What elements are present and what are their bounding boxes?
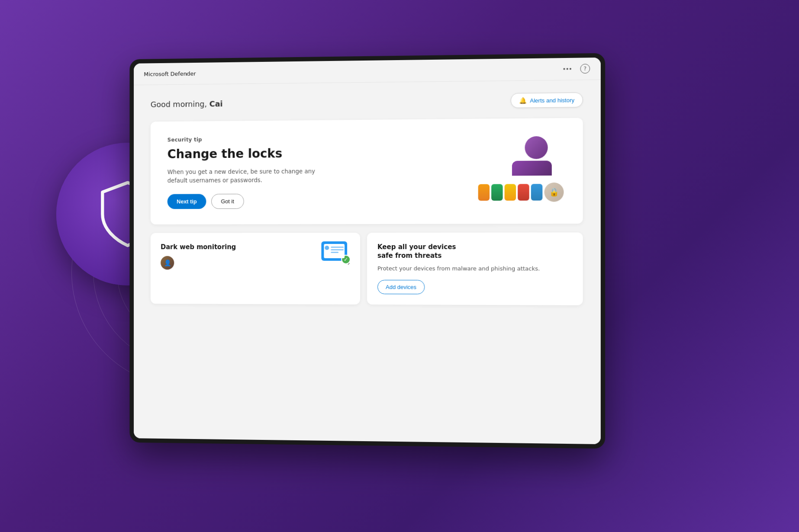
monitor-line (331, 249, 344, 250)
tip-description: When you get a new device, be sure to ch… (168, 167, 321, 185)
app-title: Microsoft Defender (144, 70, 196, 77)
tip-content: Security tip Change the locks When you g… (168, 135, 390, 209)
key-orange (478, 184, 490, 200)
help-button[interactable]: ? (580, 64, 590, 74)
tip-illustration: 🔒 (477, 136, 565, 206)
monitor-dot (325, 246, 329, 250)
tablet-frame: Microsoft Defender ? Good mor (129, 53, 605, 449)
avatar-body (512, 160, 552, 176)
devices-card: Keep all your devices safe from threats … (367, 232, 583, 305)
app-bar-actions: ? (560, 64, 590, 74)
dark-web-card-title: Dark web monitoring (161, 243, 245, 251)
avatar-head (525, 136, 548, 159)
lock-circle: 🔒 (544, 182, 564, 202)
monitor-screen: ✓ (321, 241, 347, 261)
dot (563, 68, 565, 70)
key-green (491, 184, 503, 200)
alerts-history-button[interactable]: 🔔 Alerts and history (510, 93, 583, 108)
tablet-screen: Microsoft Defender ? Good mor (134, 58, 601, 444)
help-label: ? (584, 66, 587, 72)
user-name: Cai (209, 99, 223, 108)
tip-title: Change the locks (168, 146, 390, 162)
alerts-button-label: Alerts and history (530, 97, 574, 104)
next-tip-button[interactable]: Next tip (168, 194, 206, 209)
menu-button[interactable] (560, 66, 575, 72)
devices-card-title: Keep all your devices safe from threats (377, 243, 464, 260)
dot (570, 68, 571, 70)
keys-row: 🔒 (477, 182, 565, 202)
tip-actions: Next tip Got it (168, 193, 390, 209)
got-it-button[interactable]: Got it (211, 194, 244, 209)
key-blue (531, 184, 543, 201)
dark-web-card: ✓ Dark web monitoring 👤 › (151, 233, 360, 304)
dots-menu-icon (563, 68, 571, 70)
monitor-lines (331, 247, 344, 254)
monitor-line (331, 247, 344, 248)
bottom-cards: ✓ Dark web monitoring 👤 › (151, 232, 583, 305)
header-row: Good morning, Cai 🔔 Alerts and history (151, 93, 583, 112)
devices-card-description: Protect your devices from malware and ph… (377, 264, 572, 273)
tip-label: Security tip (168, 135, 390, 143)
bell-icon: 🔔 (519, 97, 526, 104)
check-badge: ✓ (341, 255, 351, 264)
person-avatar (521, 136, 552, 175)
key-yellow (505, 184, 516, 200)
dot (567, 68, 568, 70)
greeting-text: Good morning, (151, 99, 209, 109)
security-tip-card: Security tip Change the locks When you g… (151, 118, 583, 224)
key-red (518, 184, 529, 201)
main-content: Good morning, Cai 🔔 Alerts and history S… (134, 80, 601, 444)
greeting: Good morning, Cai (151, 99, 223, 109)
avatar-face: 👤 (164, 259, 171, 266)
user-avatar-small: 👤 (161, 256, 174, 269)
monitor-line (331, 252, 338, 253)
add-devices-button[interactable]: Add devices (377, 280, 425, 294)
monitor-illustration: ✓ (321, 241, 351, 267)
